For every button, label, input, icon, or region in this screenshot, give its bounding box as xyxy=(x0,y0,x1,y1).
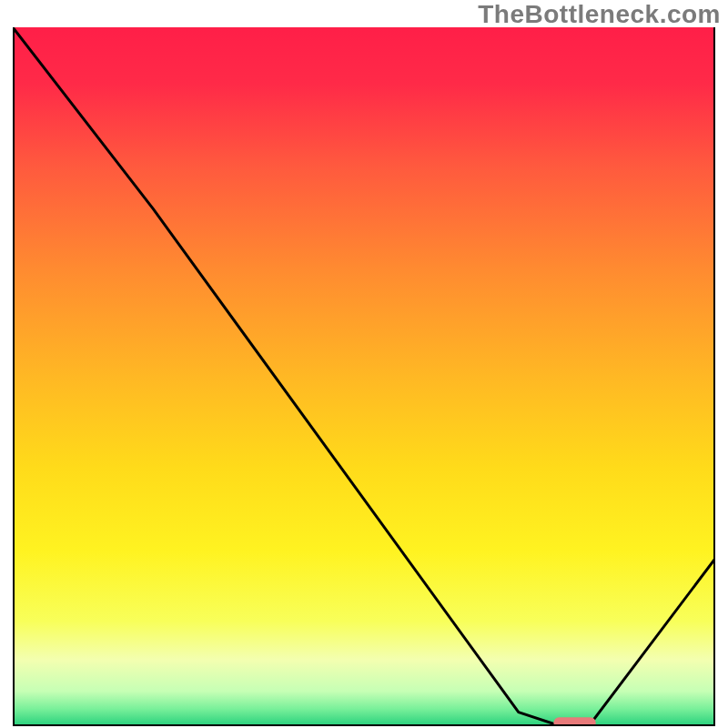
watermark-text: TheBottleneck.com xyxy=(478,0,721,29)
chart-plot xyxy=(13,27,715,726)
chart-stage: TheBottleneck.com xyxy=(0,0,728,728)
chart-svg xyxy=(13,27,715,726)
chart-background xyxy=(13,27,715,726)
